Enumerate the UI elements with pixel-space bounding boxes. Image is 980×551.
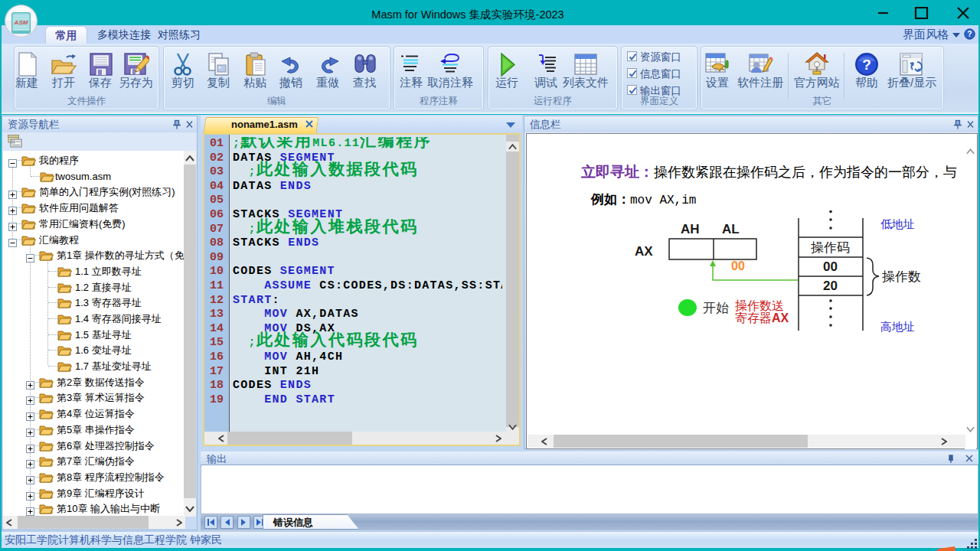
svg-text:?: ? bbox=[967, 30, 972, 38]
svg-text:?: ? bbox=[862, 57, 871, 73]
svg-text:AL: AL bbox=[722, 222, 740, 236]
svg-text:操作数送: 操作数送 bbox=[735, 299, 784, 312]
svg-text:操作码: 操作码 bbox=[811, 240, 850, 255]
svg-text:00: 00 bbox=[731, 259, 745, 272]
svg-text:操作数: 操作数 bbox=[882, 269, 921, 284]
svg-text:寄存器AX: 寄存器AX bbox=[735, 311, 789, 324]
svg-text:ASM: ASM bbox=[14, 19, 28, 26]
svg-text:高地址: 高地址 bbox=[880, 320, 915, 333]
svg-text:开始: 开始 bbox=[703, 301, 729, 315]
svg-text:AX: AX bbox=[635, 244, 653, 259]
svg-text:20: 20 bbox=[823, 279, 838, 293]
svg-text:低地址: 低地址 bbox=[880, 217, 915, 230]
svg-text:AH: AH bbox=[681, 222, 700, 236]
svg-text:00: 00 bbox=[823, 259, 838, 274]
